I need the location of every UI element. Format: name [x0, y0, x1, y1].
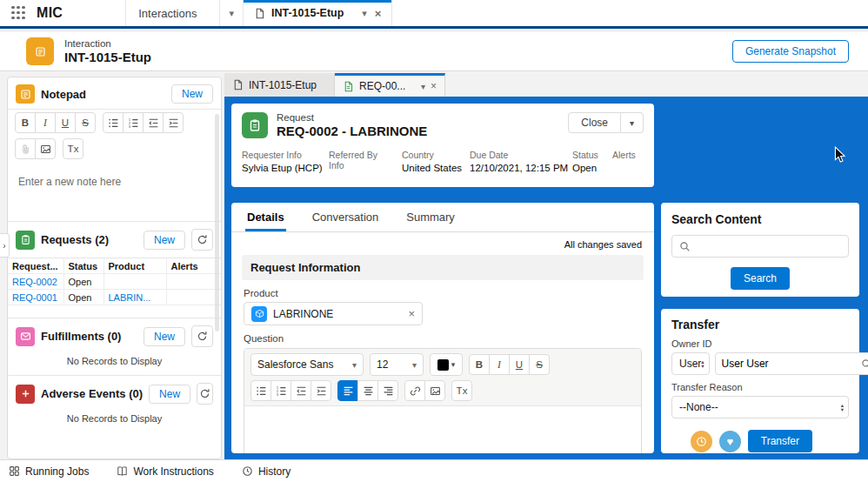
numbered-list-button[interactable]: 123	[123, 112, 144, 133]
product-lookup[interactable]: LABRINONE ×	[244, 302, 423, 325]
outdent-button[interactable]	[143, 112, 164, 133]
tab-conversation[interactable]: Conversation	[310, 204, 381, 231]
column-header-product[interactable]: Product	[103, 258, 166, 274]
align-left-button[interactable]	[337, 380, 358, 401]
running-jobs-item[interactable]: Running Jobs	[9, 465, 89, 478]
adverse-events-empty-text: No Records to Display	[8, 410, 221, 432]
chevron-down-icon[interactable]: ▾	[421, 82, 425, 91]
field-status: Status Open	[572, 150, 612, 173]
indent-button[interactable]	[163, 112, 184, 133]
strikethrough-button[interactable]: S	[529, 354, 550, 375]
request-alerts	[166, 290, 221, 305]
font-family-select[interactable]: Salesforce Sans ▾	[250, 353, 364, 376]
request-status: Open	[63, 274, 103, 290]
italic-button[interactable]: I	[489, 354, 510, 375]
notepad-icon	[16, 84, 35, 104]
field-label: Alerts	[612, 150, 637, 160]
column-header-status[interactable]: Status	[63, 258, 103, 274]
insert-image-button[interactable]	[424, 380, 445, 401]
subtab-request[interactable]: REQ-00... ▾ ×	[335, 73, 445, 97]
attach-file-button[interactable]	[15, 138, 36, 159]
adverse-events-title: Adverse Events (0)	[41, 387, 143, 400]
stepper-icon[interactable]: ▴▾	[841, 403, 844, 412]
search-button[interactable]: Search	[731, 267, 790, 290]
nav-tab-interactions[interactable]: Interactions ▾	[125, 0, 243, 26]
transfer-reason-select[interactable]: --None-- ▴▾	[671, 396, 849, 418]
sidebar-scrollbar[interactable]	[215, 114, 219, 331]
bold-button[interactable]: B	[469, 354, 490, 375]
bullet-list-button[interactable]	[250, 380, 271, 401]
snooze-clock-icon[interactable]	[691, 431, 712, 452]
stepper-icon[interactable]: ▴▾	[701, 359, 704, 368]
editor-toolbar-row1: Salesforce Sans ▾ 12 ▾ ▾ B	[244, 349, 641, 380]
history-item[interactable]: History	[242, 465, 290, 478]
font-size-select[interactable]: 12 ▾	[370, 353, 424, 376]
insert-image-button[interactable]	[35, 138, 56, 159]
insert-link-button[interactable]	[404, 380, 425, 401]
running-jobs-label: Running Jobs	[25, 465, 89, 478]
close-icon[interactable]: ×	[375, 7, 382, 20]
owner-lookup-input[interactable]	[722, 358, 857, 370]
bullet-list-button[interactable]	[103, 112, 124, 133]
field-referred-by-info: Referred By Info	[329, 150, 402, 173]
color-swatch	[437, 359, 449, 371]
request-product-link[interactable]: LABRIN...	[109, 292, 151, 303]
text-color-picker[interactable]: ▾	[430, 353, 463, 376]
fulfillments-new-button[interactable]: New	[144, 327, 185, 346]
tab-summary[interactable]: Summary	[404, 204, 457, 231]
outdent-button[interactable]	[290, 380, 311, 401]
request-link[interactable]: REQ-0001	[12, 292, 57, 303]
requests-new-button[interactable]: New	[144, 231, 185, 250]
align-right-button[interactable]	[377, 380, 398, 401]
owner-type-select[interactable]: User ▴▾	[671, 352, 710, 375]
subtab-interaction[interactable]: INT-1015-Etup	[224, 73, 335, 97]
note-input[interactable]: Enter a new note here	[8, 165, 221, 221]
utility-bar: Running Jobs Work Instructions History	[0, 459, 868, 482]
transfer-button[interactable]: Transfer	[748, 430, 812, 452]
transfer-title: Transfer	[671, 318, 849, 331]
close-icon[interactable]: ×	[431, 80, 437, 92]
close-menu-chevron-icon[interactable]: ▾	[621, 112, 644, 133]
italic-button[interactable]: I	[35, 112, 56, 133]
request-link[interactable]: REQ-0002	[12, 277, 57, 287]
numbered-list-button[interactable]: 123	[270, 380, 291, 401]
underline-button[interactable]: U	[55, 112, 76, 133]
align-center-button[interactable]	[357, 380, 378, 401]
requests-refresh-button[interactable]	[191, 229, 213, 251]
adverse-events-new-button[interactable]: New	[149, 385, 190, 404]
column-header-request[interactable]: Request...	[8, 258, 63, 274]
chevron-down-icon[interactable]: ▾	[362, 8, 367, 19]
favorite-heart-icon[interactable]: ♥	[719, 431, 741, 452]
work-instructions-item[interactable]: Work Instructions	[117, 465, 213, 478]
notepad-toolbar-row1: B I U S 123	[8, 110, 221, 136]
search-input[interactable]	[696, 240, 841, 252]
request-information-section[interactable]: Request Information	[242, 255, 644, 280]
nav-tab-record[interactable]: INT-1015-Etup ▾ ×	[243, 0, 392, 26]
app-launcher-icon[interactable]	[11, 6, 26, 21]
expand-panel-handle[interactable]: ›	[0, 233, 10, 258]
field-requester-info: Requester Info Sylvia Etup (HCP)	[242, 150, 329, 173]
remove-product-icon[interactable]: ×	[408, 307, 415, 320]
search-content-card: Search Content Search	[661, 203, 859, 297]
underline-button[interactable]: U	[509, 354, 530, 375]
field-label: Due Date	[470, 150, 565, 160]
owner-lookup-wrapper	[715, 352, 868, 375]
fulfillments-title: Fulfillments (0)	[41, 330, 121, 343]
search-icon[interactable]	[861, 358, 868, 370]
request-title: REQ-0002 - LABRINONE	[277, 124, 427, 138]
fulfillments-refresh-button[interactable]	[191, 325, 213, 347]
close-button[interactable]: Close	[568, 112, 621, 133]
question-text-area[interactable]	[244, 406, 641, 453]
clear-format-button[interactable]: Tx	[63, 138, 83, 159]
tab-details[interactable]: Details	[245, 204, 286, 231]
column-header-alerts[interactable]: Alerts	[166, 258, 221, 274]
table-row: REQ-0002 Open	[8, 274, 221, 290]
indent-button[interactable]	[310, 380, 331, 401]
adverse-events-refresh-button[interactable]	[197, 383, 213, 405]
generate-snapshot-button[interactable]: Generate Snapshot	[732, 40, 849, 63]
notepad-new-button[interactable]: New	[171, 84, 213, 104]
strikethrough-button[interactable]: S	[75, 112, 96, 133]
clear-format-button[interactable]: Tx	[451, 380, 472, 401]
bold-button[interactable]: B	[15, 112, 36, 133]
chevron-down-icon[interactable]: ▾	[219, 0, 243, 26]
